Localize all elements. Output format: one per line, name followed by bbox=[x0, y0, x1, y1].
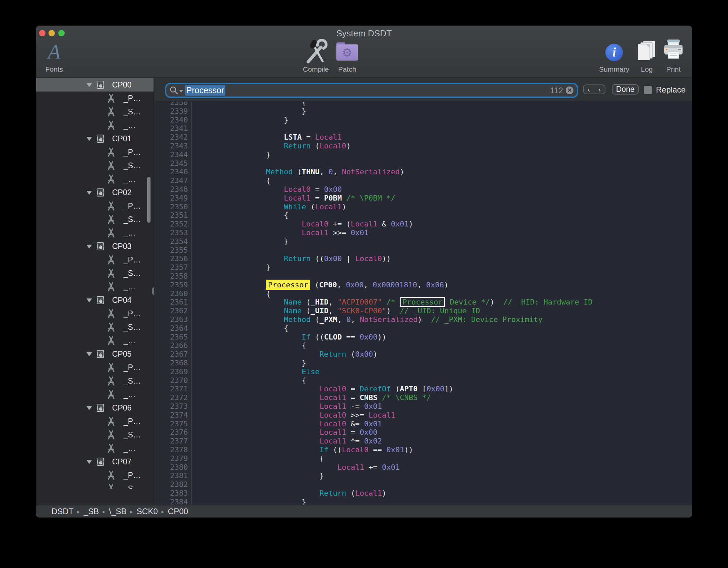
search-query[interactable]: Processor bbox=[185, 85, 225, 95]
breadcrumb-item-sck0[interactable]: SCK0 bbox=[137, 507, 158, 516]
sidebar-scrollbar-thumb[interactable] bbox=[147, 177, 151, 223]
tree-item[interactable]: _S… bbox=[36, 374, 154, 388]
search-field[interactable]: Processor 112 ✕ bbox=[165, 83, 578, 98]
tree-item[interactable]: _P… bbox=[36, 415, 154, 428]
done-button[interactable]: Done bbox=[612, 84, 639, 95]
disclosure-triangle-icon[interactable] bbox=[87, 460, 92, 464]
code-line[interactable]: } bbox=[195, 498, 306, 505]
code-line[interactable]: { bbox=[195, 454, 324, 463]
tree-group-cp04[interactable]: CP04 bbox=[36, 293, 154, 307]
tree-item[interactable]: _P… bbox=[36, 307, 154, 320]
tree-item[interactable]: _P… bbox=[36, 361, 154, 374]
tree-item[interactable]: _S… bbox=[36, 267, 154, 280]
tree-item[interactable]: _… bbox=[36, 280, 154, 293]
tree-item[interactable]: _… bbox=[36, 226, 154, 240]
code-line[interactable]: Method (THNU, 0, NotSerialized) bbox=[195, 168, 404, 176]
code-line[interactable]: LSTA = Local1 bbox=[195, 133, 342, 142]
find-previous-button[interactable]: ‹ bbox=[584, 85, 594, 94]
code-line[interactable]: Return (0x00) bbox=[195, 350, 377, 359]
code-line[interactable]: Local1 -= 0x01 bbox=[195, 402, 382, 411]
tree-item[interactable]: _… bbox=[36, 118, 154, 132]
code-editor[interactable]: 2338 {2339 }2340 }23412342 LSTA = Local1… bbox=[154, 78, 692, 505]
code-line[interactable]: If ((Local0 == 0x01)) bbox=[195, 446, 413, 454]
tree-group-cp03[interactable]: CP03 bbox=[36, 240, 154, 253]
tree-group-cp07[interactable]: CP07 bbox=[36, 455, 154, 468]
line-number: 2339 bbox=[154, 107, 188, 116]
tree-group-cp05[interactable]: CP05 bbox=[36, 347, 154, 361]
disclosure-triangle-icon[interactable] bbox=[87, 191, 92, 195]
code-line[interactable]: } bbox=[195, 150, 270, 159]
code-line[interactable]: Return ((0x00 | Local0)) bbox=[195, 254, 391, 263]
tree-item[interactable]: _… bbox=[36, 172, 154, 186]
tree-item[interactable]: _S… bbox=[36, 159, 154, 172]
tree-item[interactable]: _S… bbox=[36, 213, 154, 226]
code-line[interactable]: Local1 *= 0x02 bbox=[195, 437, 382, 446]
code-line[interactable]: Local1 = P0BM /* \P0BM */ bbox=[195, 194, 395, 203]
code-line[interactable]: { bbox=[195, 324, 288, 333]
tree-group-cp02[interactable]: CP02 bbox=[36, 186, 154, 199]
breadcrumb-item-_sb[interactable]: \_SB bbox=[109, 507, 127, 516]
tree-item[interactable]: _P… bbox=[36, 145, 154, 159]
code-line[interactable]: Local0 += (Local1 & 0x01) bbox=[195, 220, 413, 228]
code-line[interactable]: If ((CLOD == 0x00)) bbox=[195, 333, 387, 342]
code-line[interactable]: Local0 &= 0x01 bbox=[195, 420, 382, 428]
disclosure-triangle-icon[interactable] bbox=[87, 137, 92, 141]
fonts-button[interactable]: A bbox=[36, 39, 74, 64]
disclosure-triangle-icon[interactable] bbox=[87, 406, 92, 410]
code-line[interactable]: While (Local1) bbox=[195, 203, 346, 211]
tree-group-cp00[interactable]: CP00 bbox=[36, 78, 154, 92]
disclosure-triangle-icon[interactable] bbox=[87, 83, 92, 87]
code-line[interactable]: } bbox=[195, 107, 306, 116]
disclosure-triangle-icon[interactable] bbox=[87, 352, 92, 356]
tree-item[interactable]: _P… bbox=[36, 199, 154, 213]
code-line[interactable]: Local1 >>= 0x01 bbox=[195, 228, 369, 237]
tree-item[interactable]: _S… bbox=[36, 320, 154, 334]
breadcrumb-item-_sb[interactable]: _SB bbox=[84, 507, 99, 516]
code-line[interactable]: Name (_UID, "SCK0-CP00") // _UID: Unique… bbox=[195, 307, 480, 315]
code-line[interactable]: Return (Local1) bbox=[195, 489, 387, 498]
code-line[interactable]: } bbox=[195, 359, 306, 367]
tree-group-cp06[interactable]: CP06 bbox=[36, 401, 154, 415]
code-line[interactable]: Local1 += 0x01 bbox=[195, 463, 400, 472]
code-line[interactable]: Local1 = 0x00 bbox=[195, 428, 377, 437]
breadcrumb-item-dsdt[interactable]: DSDT bbox=[52, 507, 73, 516]
code-line[interactable]: { bbox=[195, 341, 306, 350]
disclosure-triangle-icon[interactable] bbox=[87, 245, 92, 249]
code-line[interactable]: Local0 = DerefOf (APT0 [0x00]) bbox=[195, 385, 453, 393]
search-options-chevron-icon[interactable] bbox=[179, 90, 183, 93]
code-line[interactable]: Return (Local0) bbox=[195, 142, 351, 150]
code-line[interactable]: Else bbox=[195, 367, 320, 376]
object-tree: CP00_P…_S…_…CP01_P…_S…_…CP02_P…_S…_…CP03… bbox=[36, 78, 154, 489]
tree-item[interactable]: _P… bbox=[36, 92, 154, 105]
breadcrumb-item-cp00[interactable]: CP00 bbox=[168, 507, 188, 516]
tree-item[interactable]: _S… bbox=[36, 428, 154, 441]
tree-item[interactable]: _S… bbox=[36, 105, 154, 118]
tree-item[interactable]: _P… bbox=[36, 468, 154, 482]
code-line[interactable]: } bbox=[195, 263, 270, 272]
tree-item[interactable]: _S… bbox=[36, 482, 154, 489]
code-line[interactable]: Local0 = 0x00 bbox=[195, 185, 342, 194]
code-line[interactable]: Method (_PXM, 0, NotSerialized) // _PXM:… bbox=[195, 315, 542, 324]
clear-search-button[interactable]: ✕ bbox=[566, 86, 573, 94]
code-line[interactable]: { bbox=[195, 376, 306, 385]
code-line[interactable]: Processor (CP00, 0x00, 0x00001810, 0x06) bbox=[195, 281, 449, 289]
patch-button[interactable]: ⚙ bbox=[327, 39, 367, 61]
code-line[interactable]: Name (_HID, "ACPI0007" /* Processor Devi… bbox=[195, 298, 593, 307]
code-line[interactable]: { bbox=[195, 176, 270, 185]
code-line[interactable]: } bbox=[195, 471, 324, 480]
code-line[interactable]: { bbox=[195, 211, 288, 220]
code-line[interactable]: Local0 >>= Local1 bbox=[195, 411, 395, 420]
disclosure-triangle-icon[interactable] bbox=[87, 298, 92, 303]
code-line[interactable]: Local1 = CNBS /* \CNBS */ bbox=[195, 393, 431, 402]
tree-item[interactable]: _P… bbox=[36, 253, 154, 267]
print-button[interactable] bbox=[653, 39, 692, 62]
tree-item[interactable]: _… bbox=[36, 388, 154, 401]
tree-group-cp01[interactable]: CP01 bbox=[36, 132, 154, 145]
tree-item[interactable]: _… bbox=[36, 334, 154, 347]
find-next-button[interactable]: › bbox=[594, 85, 605, 94]
replace-checkbox[interactable] bbox=[644, 86, 652, 94]
tree-item[interactable]: _… bbox=[36, 441, 154, 455]
code-line[interactable]: } bbox=[195, 116, 288, 125]
code-line[interactable]: } bbox=[195, 237, 288, 246]
code-line[interactable]: { bbox=[195, 289, 270, 298]
